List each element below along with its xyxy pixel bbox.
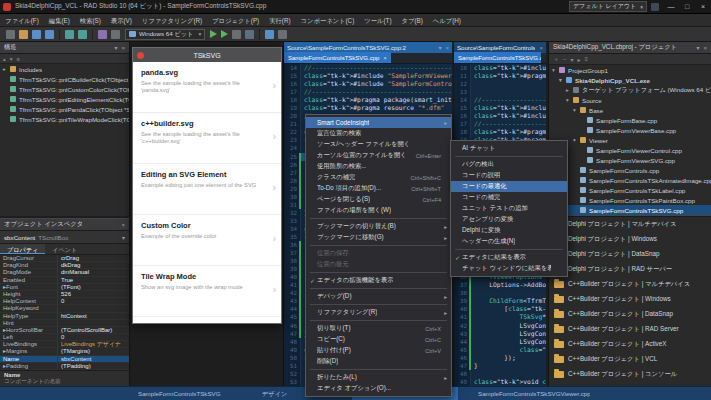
code-line[interactable]: 18class="tk-k">#pragma package(smart_ini… [284,96,452,104]
context-menu-item-13[interactable]: 位置の保存 [306,248,451,259]
menu-item-0[interactable]: ファイル(F) [0,14,44,27]
project-tree-item[interactable]: SampleFormViewerBase.cpp [549,125,711,135]
property-row[interactable]: ▸HorzScrollBar(TControlScrollBar) [0,327,129,334]
tab-close-icon[interactable]: × [383,55,386,61]
project-tree-item[interactable]: ▾ProjectGroup1 [549,65,711,75]
context-menu-item-18[interactable]: デバッグ(D)▸ [306,291,451,302]
panel-close-icon[interactable]: × [121,45,125,51]
template-category-item[interactable]: C++Builder プロジェクト | Windows [549,292,711,307]
undo-icon[interactable] [65,30,74,39]
context-menu-item-24[interactable]: 貼り付け(P)Ctrl+V [306,345,451,356]
list-item[interactable]: Custom ColorExample of the override colo… [133,215,281,266]
property-row[interactable]: EnabledTrue [0,277,129,284]
step-over-icon[interactable] [245,30,254,39]
status-segment[interactable]: SampleFormControlsTSkSVGViewer.cpp [472,387,590,400]
code-line[interactable]: 19class="tk-k">#pragma resource "*.dfm" [284,104,452,112]
minimize-button[interactable]: — [663,0,679,14]
code-line[interactable]: 13 [454,88,546,96]
codeinsight-submenu-item-8[interactable]: Delphi に変換 [451,225,567,236]
codeinsight-submenu-item-5[interactable]: コードの補完 [451,192,567,203]
property-value[interactable]: crDrag [58,255,129,261]
context-menu-item-8[interactable]: ファイルの場所を開く(W) [306,205,451,216]
property-value[interactable]: dmManual [58,269,129,275]
structure-tree-item[interactable]: TfrmTSkSVG::pnlEditingElementClick(TObje… [0,94,129,104]
property-row[interactable]: HelpTypehtContext [0,313,129,320]
tab-properties[interactable]: プロパティ [0,244,45,254]
context-menu-item-5[interactable]: クラスの補完Ctrl+Shift+C [306,172,451,183]
context-menu-item-14[interactable]: 位置の復元 [306,259,451,270]
code-line[interactable]: 11class="tk-k">#pragma hdrstop [454,72,546,80]
new-file-icon[interactable] [6,30,15,39]
structure-tree-item[interactable]: TfrmTSkSVG::pnlCBuilderClick(TObject *Se… [0,74,129,84]
menu-item-10[interactable]: ヘルプ(H) [428,14,466,27]
menu-item-7[interactable]: コンポーネント(C) [296,14,360,27]
context-menu-item-11[interactable]: ブックマークに移動(G)▸ [306,232,451,243]
menu-item-2[interactable]: 検索(S) [75,14,106,27]
context-menu-item-25[interactable]: 削除(D) [306,356,451,367]
context-menu-item-4[interactable]: 使用箇所の検索... [306,161,451,172]
project-tree-item[interactable]: SampleFormControlsTSkSVG.cpp [549,205,711,215]
panel-menu-icon[interactable]: ▾ [438,44,441,51]
editor-tab-active[interactable]: SampleFormControlsTSkSVG.cpp × [454,52,541,63]
template-category-item[interactable]: C++Builder プロジェクト | RAD Server [549,322,711,337]
code-line[interactable]: 16class="tk-k">#include "SampleFormContr… [454,112,546,120]
property-value[interactable]: htContext [58,313,129,319]
panel-menu-icon[interactable]: ▾ [696,44,699,51]
notifications-icon[interactable] [651,3,659,11]
codeinsight-submenu-item-3[interactable]: コードの説明 [451,170,567,181]
remove-item-icon[interactable]: − [563,56,567,62]
code-line[interactable]: 14//------------------------------------… [284,64,452,72]
project-tree-item[interactable]: ▾Source [549,95,711,105]
panel-close-icon[interactable]: × [121,222,125,228]
context-menu-item-7[interactable]: ページを閉じる(S)Ctrl+F4 [306,194,451,205]
list-item[interactable]: Tile Wrap ModeShow an svg image with til… [133,266,281,317]
code-line[interactable]: 41 TSkSvg* LSvgControl = class="tk-k">ne… [454,313,546,321]
project-tree-item[interactable]: SampleFormViewerSVG.cpp [549,155,711,165]
codeinsight-submenu-item-7[interactable]: アセンブリの変換 [451,214,567,225]
code-line[interactable]: 48 [454,370,546,378]
add-item-icon[interactable]: ＋ [553,55,559,64]
code-line[interactable]: 12 [454,80,546,88]
template-category-item[interactable]: C++Builder プロジェクト | ActiveX [549,337,711,352]
code-line[interactable]: 45 class="tk-k">return LSvgControl; [454,346,546,354]
code-line[interactable]: 37 LOptions->AddBoolean("Show original",… [454,281,546,289]
property-value[interactable]: LiveBindings デザイナ [58,341,129,347]
menu-item-4[interactable]: リファクタリング(R) [137,14,207,27]
context-menu-item-2[interactable]: ソース/ヘッダー ファイルを開く [306,139,451,150]
menu-item-3[interactable]: 表示(V) [106,14,137,27]
property-value[interactable]: 0 [58,298,129,304]
code-line[interactable]: 10class="tk-k">#include <vcl.h> [454,64,546,72]
tab-events[interactable]: イベント [45,244,84,254]
project-tree-item[interactable]: SampleFormControlsTSkAnimatedImage.cpp [549,175,711,185]
property-row[interactable]: HelpContext0 [0,298,129,305]
list-item[interactable]: Editing an SVG ElementExample editing ju… [133,164,281,215]
code-line[interactable]: 49class="tk-k">void class="tk-k">__fastc… [454,378,546,386]
code-line[interactable]: 15class="tk-k">#include "SampleFormViewe… [454,104,546,112]
form-title-bar[interactable]: TSkSVG [133,48,281,62]
property-row[interactable]: Hint [0,320,129,327]
save-all-icon[interactable] [45,30,54,39]
context-menu-item-0[interactable]: Smart CodeInsight▸ [306,117,451,128]
template-category-item[interactable]: C++Builder プロジェクト | コンソール [549,367,711,382]
code-line[interactable]: 15class="tk-k">#include "SampleFormViewe… [284,72,452,80]
codeinsight-submenu-item-9[interactable]: ヘッダーの生成(N) [451,236,567,247]
property-value[interactable]: (TMargins) [58,348,129,354]
property-row[interactable]: DragKinddkDrag [0,262,129,269]
move-down-icon[interactable]: ▾ [10,56,13,62]
panel-menu-icon[interactable]: ▾ [114,44,117,51]
expand-icon[interactable]: ▾ [571,56,574,63]
pause-icon[interactable] [232,30,241,39]
list-item[interactable]: c++builder.svgSee the sample loading the… [133,113,281,164]
code-line[interactable]: 47} [454,362,546,370]
component-selector-dropdown[interactable]: sbxContent TScrollBox ▾ [0,231,129,244]
panel-close-icon[interactable]: × [445,45,449,51]
project-tree-item[interactable]: ▾Viewer [549,135,711,145]
property-row[interactable]: DragCursorcrDrag [0,255,129,262]
editor-tab-active[interactable]: SampleFormControlsTSkSVG.cpp × [284,52,391,63]
codeinsight-submenu-item-6[interactable]: ユニット テストの追加 [451,203,567,214]
menu-item-8[interactable]: ツール(T) [359,14,396,27]
close-button[interactable]: × [695,0,711,14]
codeinsight-submenu-item-0[interactable]: AI チャット [451,143,567,154]
property-value[interactable]: 0 [58,334,129,340]
code-line[interactable]: 43 LSvgControl->Svg->OverrideColor = cla… [454,330,546,338]
